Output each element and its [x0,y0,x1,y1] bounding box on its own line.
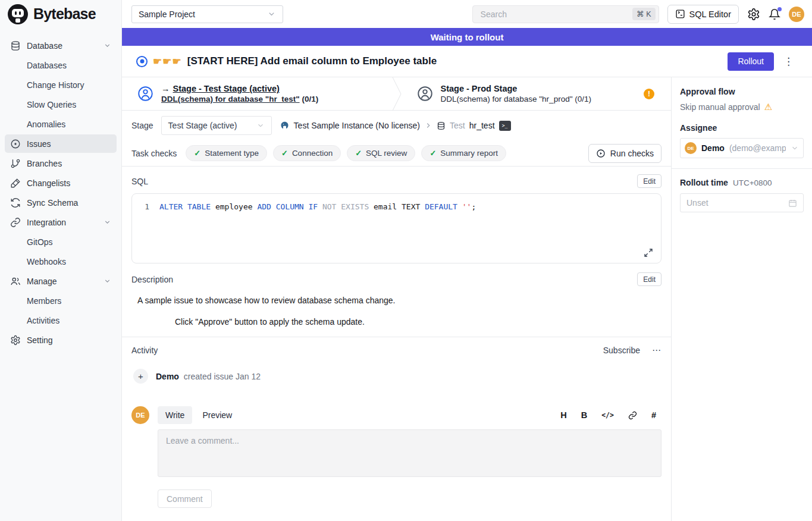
link-format-button[interactable] [628,411,637,420]
assignee-heading: Assignee [680,123,804,133]
changelist-icon [10,178,21,189]
sidebar-item-anomalies[interactable]: Anomalies [5,115,117,133]
bytebase-app: Bytebase Database Databases Change Histo… [0,0,812,521]
heading-format-button[interactable]: H [560,410,566,420]
sql-edit-button[interactable]: Edit [637,174,661,188]
comment-submit-button[interactable]: Comment [158,489,212,508]
calendar-icon [788,199,797,208]
project-select[interactable]: Sample Project [131,5,283,23]
comment-input[interactable] [158,429,661,477]
check-pill-statement-type[interactable]: ✓ Statement type [186,145,267,161]
warning-circle-icon: ! [644,89,654,99]
plus-icon: + [133,369,148,384]
gear-icon [10,335,21,346]
rollout-time-heading: Rollout time [680,178,728,187]
link-icon [10,217,21,228]
user-circle-icon [137,86,153,102]
topbar: Sample Project ⌘ K SQL Editor DE [122,0,812,28]
comment-editor: DE Write Preview H B </> [131,406,661,508]
sidebar-item-activities[interactable]: Activities [5,311,117,329]
stage-select[interactable]: Test Stage (active) [161,116,272,135]
stage-name: Stage - Test Stage (active) [173,84,280,93]
settings-gear-button[interactable] [747,8,760,21]
assignee-select[interactable]: DE Demo (demo@example [680,138,804,158]
chevron-down-icon [104,277,111,285]
terminal-icon [675,9,685,19]
sql-heading: SQL [131,177,148,186]
postgres-icon [280,121,290,131]
sidebar-item-sync-schema[interactable]: Sync Schema [5,193,117,212]
user-avatar[interactable]: DE [789,7,804,22]
stage-strip: →Stage - Test Stage (active) DDL(schema)… [122,77,671,111]
approval-status-text: Skip manual approval [680,102,760,112]
approval-flow-heading: Approval flow [680,87,804,96]
chevron-down-icon [104,42,111,49]
check-pass-icon: ✓ [355,149,362,158]
sidebar-item-databases[interactable]: Databases [5,56,117,74]
check-pill-sql-review[interactable]: ✓ SQL review [347,145,415,161]
activity-author[interactable]: Demo [156,372,179,381]
sidebar-item-issues[interactable]: Issues [5,134,117,153]
branch-icon [10,158,21,169]
rollout-time-picker[interactable]: Unset [680,193,804,212]
stage-card-test[interactable]: →Stage - Test Stage (active) DDL(schema)… [122,77,392,110]
activity-menu-button[interactable]: ⋯ [652,345,661,356]
code-format-button[interactable]: </> [601,411,614,419]
search-input[interactable] [479,9,628,20]
activity-text: created issue Jan 12 [184,372,261,381]
tab-preview[interactable]: Preview [195,406,240,424]
description-edit-button[interactable]: Edit [637,272,661,286]
kebab-menu-button[interactable]: ⋮ [779,55,798,68]
task-checks-label: Task checks [131,149,177,158]
sidebar-item-webhooks[interactable]: Webhooks [5,252,117,271]
sidebar-item-integration[interactable]: Integration [5,213,117,231]
bytebase-logo[interactable]: Bytebase [0,0,121,28]
check-pill-connection[interactable]: ✓ Connection [273,145,341,161]
chevron-down-icon [267,10,276,18]
hash-format-button[interactable]: # [651,410,656,420]
description-section: Description Edit A sample issue to showc… [122,263,671,327]
sidebar-item-changelists[interactable]: Changelists [5,174,117,192]
expand-sql-button[interactable] [644,248,653,258]
user-circle-icon [417,86,433,102]
chevron-down-icon [104,218,111,226]
chevron-right-icon [424,121,432,130]
link-icon [628,411,637,420]
brand-name: Bytebase [33,5,96,23]
sidebar-item-gitops[interactable]: GitOps [5,233,117,251]
sql-editor-button[interactable]: SQL Editor [667,5,739,24]
panel-divider [672,168,812,169]
sidebar-item-branches[interactable]: Branches [5,154,117,172]
sidebar-item-manage[interactable]: Manage [5,272,117,290]
check-pass-icon: ✓ [429,149,436,158]
issues-icon [10,139,21,149]
database-name[interactable]: hr_test [469,121,495,130]
sidebar-item-members[interactable]: Members [5,291,117,310]
bold-format-button[interactable]: B [581,410,587,420]
sidebar-item-database[interactable]: Database [5,36,117,55]
assignee-name: Demo [701,143,725,153]
gear-icon [747,8,760,21]
sidebar-item-change-history[interactable]: Change History [5,76,117,94]
stage-selector-row: Stage Test Stage (active) Test Sample In… [122,111,671,140]
stage-task-detail: DDL(schema) for database "hr_prod" (0/1) [441,95,591,103]
assignee-email: (demo@example [729,143,786,153]
activity-item: + Demo created issue Jan 12 [133,369,661,384]
run-checks-button[interactable]: Run checks [588,144,661,163]
subscribe-button[interactable]: Subscribe [603,346,640,355]
open-sql-editor-badge[interactable]: >_ [499,121,511,131]
instance-name[interactable]: Test Sample Instance (No license) [294,121,420,130]
notifications-bell-button[interactable] [769,8,780,20]
check-pill-summary-report[interactable]: ✓ Summary report [421,145,506,161]
sidebar-item-slow-queries[interactable]: Slow Queries [5,95,117,114]
sidebar-item-setting[interactable]: Setting [5,331,117,349]
rollout-button[interactable]: Rollout [728,52,774,71]
stage-task-link[interactable]: DDL(schema) for database "hr_test" [161,95,300,103]
description-text: A sample issue to showcase how to review… [137,296,661,305]
tab-write[interactable]: Write [158,406,192,424]
stage-card-prod[interactable]: Stage - Prod Stage DDL(schema) for datab… [402,77,672,110]
check-pass-icon: ✓ [194,149,200,158]
activity-heading: Activity [131,346,158,355]
sql-code-block[interactable]: 1ALTER TABLE employee ADD COLUMN IF NOT … [131,193,661,263]
maximize-icon [644,248,653,258]
